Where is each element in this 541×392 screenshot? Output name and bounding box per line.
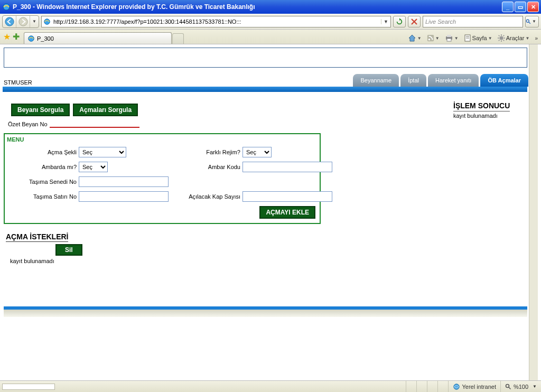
acilacak-kap-input[interactable] [242,191,332,202]
scroll-down-button[interactable]: ▼ [530,372,537,380]
tools-menu[interactable]: Araçlar▼ [498,34,530,42]
svg-line-23 [498,40,499,41]
status-bar: Yerel intranet %100 ▼ [0,380,541,392]
beyani-sorgula-button[interactable]: Beyanı Sorgula [11,104,70,116]
svg-rect-10 [447,35,451,37]
tab-beyanname[interactable]: Beyanname [353,74,399,87]
browser-tab-label: P_300 [37,35,54,42]
ambar-kodu-label: Ambar Kodu [174,164,242,170]
menu-panel: MENU Açma Şekli Seç Farklı Rejim? Seç Am… [4,133,321,224]
tasima-satiri-no-label: Taşıma Satırı No [5,193,79,200]
home-button[interactable]: ▼ [408,34,422,42]
user-label: STMUSER [3,79,32,87]
tab-iptal[interactable]: İptal [400,74,426,87]
ambarda-mi-label: Ambarda mı? [5,164,79,170]
tab-hareket-yaniti[interactable]: Hareket yanıtı [428,74,479,87]
ozet-beyan-no-input[interactable] [50,120,139,128]
svg-line-20 [498,35,499,36]
nav-history-dropdown[interactable]: ▼ [30,19,39,24]
acma-sekli-select[interactable]: Seç [79,147,126,157]
window-title: P_300 - Windows Internet Explorer provid… [13,3,502,11]
svg-point-8 [428,39,430,41]
back-button[interactable] [3,16,16,27]
address-bar[interactable]: ▼ [41,16,391,27]
tasima-satiri-no-input[interactable] [79,191,169,202]
security-zone: Yerel intranet [448,381,500,392]
header-box [4,48,527,68]
tab-ob-acmalar[interactable]: ÖB Açmalar [480,74,528,87]
islem-sonucu-empty: kayıt bulunamadı [453,113,528,119]
window-titlebar: P_300 - Windows Internet Explorer provid… [0,0,541,14]
close-button[interactable]: ✕ [527,2,539,12]
minimize-button[interactable]: _ [502,2,514,12]
acmayi-ekle-button[interactable]: AÇMAYI EKLE [259,206,315,219]
svg-point-4 [526,20,529,22]
svg-rect-11 [447,39,451,41]
svg-line-22 [503,35,504,36]
ambarda-mi-select[interactable]: Seç [79,162,108,172]
svg-rect-7 [427,35,434,41]
feeds-button[interactable]: ▼ [427,34,440,42]
address-dropdown[interactable]: ▼ [381,19,390,24]
add-favorite-icon[interactable]: ✚ [13,32,20,42]
svg-line-26 [509,387,511,389]
search-box[interactable]: Live Search [423,16,523,27]
maximize-button[interactable]: ▭ [515,2,526,12]
sil-button[interactable]: Sil [55,244,82,256]
farkli-rejim-select[interactable]: Seç [242,147,272,157]
page-icon [42,18,52,25]
tasima-senedi-no-input[interactable] [79,176,169,187]
tasima-senedi-no-label: Taşıma Senedi No [5,179,79,185]
ambar-kodu-input[interactable] [242,162,332,172]
menu-title: MENU [5,134,320,147]
svg-line-21 [503,40,504,41]
svg-line-5 [529,22,530,23]
new-tab-button[interactable] [172,33,184,44]
print-button[interactable]: ▼ [445,34,459,42]
progress-bar [2,384,55,390]
page-menu[interactable]: Sayfa▼ [464,34,492,42]
page-viewport: ▲ ▼ STMUSER Beyanname İptal Hareket yanı… [0,44,538,380]
scrollbar-thumb[interactable] [530,53,537,254]
browser-tabbar: ★ ✚ P_300 ▼ ▼ ▼ Sayfa▼ Araçlar▼ » [0,30,541,44]
forward-button[interactable] [16,16,30,27]
farkli-rejim-label: Farklı Rejim? [174,149,242,155]
stop-button[interactable] [408,16,421,27]
ie-icon [2,3,11,11]
acma-istekleri-title: AÇMA İSTEKLERİ [6,232,68,242]
ozet-beyan-no-label: Özet Beyan No [8,121,48,127]
svg-point-25 [506,384,509,387]
footer-shadow [4,310,527,317]
acilacak-kap-label: Açılacak Kap Sayısı [174,193,242,200]
svg-point-24 [453,384,459,389]
islem-sonucu-title: İŞLEM SONUCU [453,101,510,111]
navigation-bar: ▼ ▼ Live Search ▼ [0,14,541,30]
tab-underline [3,87,527,92]
refresh-button[interactable] [393,16,406,27]
favorites-icon[interactable]: ★ [3,32,11,42]
acmalari-sorgula-button[interactable]: Açmaları Sorgula [73,104,138,116]
acma-istekleri-empty: kayıt bulunamadı [10,258,449,264]
svg-point-2 [18,17,27,25]
svg-point-1 [5,17,13,25]
scroll-up-button[interactable]: ▲ [530,44,537,52]
search-button[interactable]: ▼ [525,16,539,27]
acma-sekli-label: Açma Şekli [5,149,79,155]
toolbar-chevron[interactable]: » [535,35,538,41]
svg-point-15 [499,36,503,40]
url-input[interactable] [52,17,381,26]
browser-tab[interactable]: P_300 [24,32,172,44]
zoom-level[interactable]: %100 ▼ [500,381,541,392]
